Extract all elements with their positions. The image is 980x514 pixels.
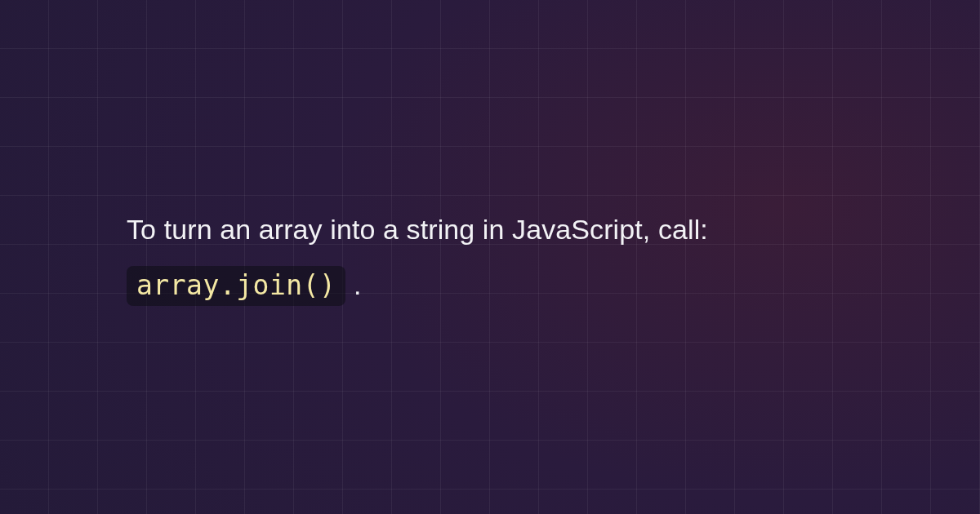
code-snippet: array.join() (127, 266, 345, 306)
sentence-part-1: To turn an array into a string in JavaSc… (127, 214, 708, 245)
description-text: To turn an array into a string in JavaSc… (127, 202, 853, 312)
sentence-part-2: . (354, 269, 362, 300)
card-canvas: To turn an array into a string in JavaSc… (0, 0, 980, 514)
content-area: To turn an array into a string in JavaSc… (0, 0, 980, 514)
